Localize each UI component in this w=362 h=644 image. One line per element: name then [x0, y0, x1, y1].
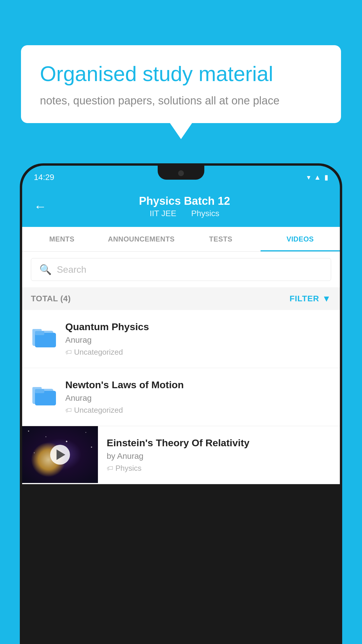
notch [158, 166, 204, 180]
bubble-subtitle: notes, question papers, solutions all at… [40, 94, 322, 107]
video-thumbnail [22, 426, 98, 483]
video-tag: 🏷 Physics [107, 464, 331, 473]
search-placeholder: Search [57, 264, 86, 275]
video-author: Anurag [65, 393, 331, 403]
app-background: Organised study material notes, question… [0, 0, 362, 644]
video-tag: 🏷 Uncategorized [65, 406, 331, 415]
status-icons: ▾ ▲ ▮ [307, 173, 328, 181]
video-tag: 🏷 Uncategorized [65, 348, 331, 357]
filter-icon: ▼ [322, 294, 331, 304]
play-icon [57, 449, 65, 460]
nav-title: Physics Batch 12 [58, 195, 311, 207]
search-icon: 🔍 [39, 264, 52, 275]
filter-button[interactable]: FILTER ▼ [289, 294, 331, 304]
camera-dot [178, 170, 184, 176]
svg-rect-7 [35, 389, 44, 393]
tag-icon: 🏷 [107, 465, 113, 472]
video-info: Newton's Laws of Motion Anurag 🏷 Uncateg… [65, 379, 331, 415]
tab-announcements[interactable]: ANNOUNCEMENTS [102, 227, 181, 251]
nav-title-area: Physics Batch 12 IIT JEE Physics [58, 195, 311, 218]
video-author: Anurag [65, 335, 331, 345]
folder-icon [31, 323, 57, 349]
search-bar[interactable]: 🔍 Search [31, 258, 331, 281]
battery-icon: ▮ [324, 173, 328, 181]
video-info: Einstein's Theory Of Relativity by Anura… [98, 426, 340, 484]
tab-documents[interactable]: MENTS [22, 227, 102, 251]
wifi-icon: ▾ [307, 173, 310, 181]
tab-tests[interactable]: TESTS [181, 227, 261, 251]
phone-frame: 14:29 ▾ ▲ ▮ ← Physics Batch 12 IIT JEE [20, 163, 342, 644]
bubble-title: Organised study material [40, 61, 322, 86]
list-item[interactable]: Newton's Laws of Motion Anurag 🏷 Uncateg… [22, 368, 340, 426]
signal-icon: ▲ [314, 173, 321, 181]
speech-bubble-container: Organised study material notes, question… [21, 45, 341, 123]
tag-label: Physics [115, 464, 142, 473]
search-container: 🔍 Search [22, 252, 340, 287]
phone-screen: 14:29 ▾ ▲ ▮ ← Physics Batch 12 IIT JEE [22, 166, 340, 644]
folder-icon [31, 381, 57, 407]
video-author: by Anurag [107, 452, 331, 461]
video-title: Einstein's Theory Of Relativity [107, 437, 331, 449]
tag-icon: 🏷 [65, 407, 72, 414]
video-title: Quantum Physics [65, 321, 331, 332]
nav-subtitle-physics: Physics [191, 209, 219, 218]
content-area: Quantum Physics Anurag 🏷 Uncategorized [22, 310, 340, 484]
svg-rect-3 [35, 331, 44, 335]
status-bar: 14:29 ▾ ▲ ▮ [22, 166, 340, 189]
nav-subtitle-iit: IIT JEE [150, 209, 176, 218]
video-info: Quantum Physics Anurag 🏷 Uncategorized [65, 321, 331, 357]
video-title: Newton's Laws of Motion [65, 379, 331, 391]
tag-icon: 🏷 [65, 349, 72, 356]
filter-row: TOTAL (4) FILTER ▼ [22, 287, 340, 310]
filter-label: FILTER [289, 294, 319, 303]
nav-subtitle: IIT JEE Physics [58, 209, 311, 218]
play-button[interactable] [50, 445, 70, 465]
tag-label: Uncategorized [74, 406, 123, 415]
tab-videos[interactable]: VIDEOS [261, 227, 340, 251]
back-button[interactable]: ← [34, 199, 47, 214]
top-nav: ← Physics Batch 12 IIT JEE Physics [22, 189, 340, 227]
total-label: TOTAL (4) [31, 294, 71, 303]
list-item[interactable]: Einstein's Theory Of Relativity by Anura… [22, 426, 340, 484]
tag-label: Uncategorized [74, 348, 123, 357]
speech-bubble: Organised study material notes, question… [21, 45, 341, 123]
status-time: 14:29 [34, 173, 54, 182]
tabs-bar: MENTS ANNOUNCEMENTS TESTS VIDEOS [22, 227, 340, 252]
list-item[interactable]: Quantum Physics Anurag 🏷 Uncategorized [22, 310, 340, 368]
